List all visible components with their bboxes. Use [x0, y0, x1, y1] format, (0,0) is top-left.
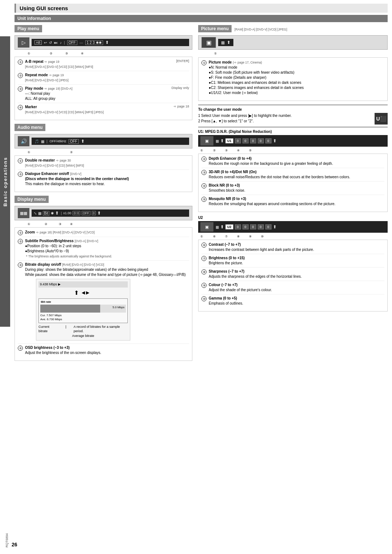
audio-menu-title: Audio menu [15, 124, 45, 131]
sidebar-label: Basic operations [3, 157, 8, 207]
display-item-2: ② Subtitle Position/Brightness [DVD-A] [… [18, 239, 189, 261]
bitrate-header: 9.438 Mbps ▶ [38, 281, 128, 288]
play-menu-title: Play menu [15, 25, 42, 32]
u2-section: U2 ▣ ▦ ⬆ U2 0 0 0 0 [198, 216, 388, 311]
average-bitrate-label: Average bitrate [38, 334, 128, 338]
u1-item-depth: ② Depth Enhancer (0 to +4) Reduces the r… [201, 156, 384, 168]
two-column-layout: Play menu ▷ AB ↩ ↺ ⏭ ♪ | [15, 25, 388, 364]
display-item-3: ③ Bitrate display on/off [RAM] [DVD-A] [… [18, 262, 189, 344]
diagram-labels: Current bitrate | A record of bitrates f… [38, 325, 128, 334]
u1-item-blocknr: ④ Block NR (0 to +3) Smoothes block nois… [201, 183, 384, 195]
page-wrapper: Basic operations RQT6894 26 Using GUI sc… [0, 0, 392, 554]
audio-item-1: ① Double re-master ➾ page 30 [RAM] [DVD-… [18, 158, 189, 170]
display-menu-title: Display menu [15, 196, 49, 203]
u2-item-colour: ⑨ Colour (−7 to +7) Adjust the shade of … [201, 282, 384, 294]
play-menu-items: ① A-B repeat ➾ page 19 [RAM] [DVD-A] [DV… [15, 57, 192, 120]
display-menu-num-row: ① ② ③ ④ [15, 223, 192, 226]
play-item-4: ④ Marker [RAM] [DVD-A] [DVD-V] [VCD] [CD… [18, 105, 189, 116]
user-mode-title: To change the user mode [198, 107, 388, 111]
u1-menu-bar: ▣ ▦ ⬆ U1 0 0 0 0 0 ⬆ [198, 135, 388, 147]
left-column: Play menu ▷ AB ↩ ↺ ⏭ ♪ | [15, 25, 192, 364]
audio-menu-items: ① Double re-master ➾ page 30 [RAM] [DVD-… [15, 155, 192, 192]
user-mode-icon: U⬛ [375, 113, 388, 125]
u2-menu-bar: ▣ ▦ ⬆ U2 0 0 0 0 0 ⬆ [198, 221, 388, 233]
display-menu-items: ① Zoom ➾ page 18) [RAM] [DVD-A] [DVD-V] … [15, 227, 192, 361]
play-item-3: ③ Play mode ➾ page 19) [DVD-A] ---: Norm… [18, 86, 189, 103]
picture-menu-num-row: ① [198, 52, 388, 55]
picture-mode-items: ① Picture mode (➾ page 17, Cinema) ●N: N… [198, 57, 388, 101]
u1-item-mosquito: ⑤ Mosquito NR (0 to +3) Reduces the smud… [201, 196, 384, 208]
divider-1 [198, 105, 388, 105]
picture-menu-header: Picture menu [RAM] [DVD-A] [DVD-V] [VCD]… [198, 25, 388, 34]
display-menu-bar: ⤡ ▦ Bit ✱ ⬆ | x1.00 0↑0 OFF 0 ⬆ [32, 209, 189, 217]
audio-menu-bar: 🎵 ▦ | OFF/48kHz OFF ⬆ [32, 138, 189, 145]
u2-item-sharpness: ⑧ Sharpness (−7 to +7) Adjusts the sharp… [201, 269, 384, 281]
page-code: RQT6894 [5, 533, 9, 547]
u1-items: ② Depth Enhancer (0 to +4) Reduces the r… [198, 154, 388, 212]
u2-icon: ▣ [200, 222, 213, 232]
bitrate-diagram: 9.438 Mbps ▶ ⬆ ◀ ▶ ·Bit rate [36, 279, 130, 341]
display-menu-image: ▦▦ ⤡ ▦ Bit ✱ ⬆ | x1.00 0↑0 OFF 0 [15, 206, 192, 220]
display-item-1: ① Zoom ➾ page 18) [RAM] [DVD-A] [DVD-V] … [18, 230, 189, 237]
display-item-4: ④ OSD brightness (−3 to +3) Adjust the b… [18, 345, 189, 357]
play-menu-section: Play menu ▷ AB ↩ ↺ ⏭ ♪ | [15, 25, 192, 120]
audio-menu-image: 🔊 🎵 ▦ | OFF/48kHz OFF ⬆ [15, 134, 192, 148]
bitrate-arrows: ⬆ ◀ ▶ [38, 289, 128, 297]
u1-num-row: ① ② ③ ④ ⑤ [198, 149, 388, 152]
bitrate-chart: ·Bit rate 5.0 Mbps Cur. 7.507 Mbps Ave. … [38, 298, 128, 323]
audio-menu-icon: 🔊 [18, 136, 29, 146]
user-mode-change: To change the user mode 1 Select User mo… [198, 107, 388, 125]
u1-title: U1: MPEG D.N.R. (Digital Noise Reduction… [198, 130, 388, 134]
picture-menu-bar: ▦ ⬆ [218, 39, 233, 46]
u1-section: U1: MPEG D.N.R. (Digital Noise Reduction… [198, 130, 388, 212]
picture-menu-title: Picture menu [198, 25, 232, 32]
display-menu-icon: ▦▦ [18, 208, 29, 218]
page-title: Using GUI screens [15, 4, 388, 13]
sidebar: Basic operations [0, 36, 10, 327]
u1-item-3dnr: ③ 3D-NR (0 to +4)/Dot NR (On) Reduces ov… [201, 170, 384, 182]
bitrate-bar-fill [40, 305, 100, 313]
divider-2 [198, 127, 388, 127]
main-content: Using GUI screens Unit information Play … [11, 0, 392, 375]
u1-icon: ▣ [200, 136, 213, 146]
audio-menu-num-row: ① ② [15, 151, 192, 154]
user-mode-content: 1 Select User mode and press [▶] to high… [198, 113, 388, 125]
audio-item-2: ② Dialogue Enhancer on/off [DVD-V] (Disc… [18, 171, 189, 188]
page-number: 26 [12, 542, 17, 547]
u2-item-contrast: ⑥ Contrast (−7 to +7) Increases the cont… [201, 242, 384, 254]
display-menu-section: Display menu ▦▦ ⤡ ▦ Bit ✱ ⬆ | [15, 196, 192, 361]
play-item-1: ① A-B repeat ➾ page 19 [RAM] [DVD-A] [DV… [18, 59, 189, 71]
picture-menu-icon: ▣ [201, 37, 216, 48]
play-menu-icon: ▷ [18, 37, 29, 48]
bitrate-bar-container: 5.0 Mbps [40, 305, 126, 313]
play-menu-image: ▷ AB ↩ ↺ ⏭ ♪ | OFF --- 1 2 3 ✱✱ ⬆ [15, 35, 192, 50]
bitrate-cur: Cur. 7.507 Mbps Ave. 6.730 Mbps [40, 313, 126, 321]
play-menu-bar: AB ↩ ↺ ⏭ ♪ | OFF --- 1 2 3 ✱✱ ⬆ [32, 39, 189, 46]
u2-title: U2 [198, 216, 388, 220]
audio-menu-section: Audio menu 🔊 🎵 ▦ | OFF/48kHz OFF [15, 124, 192, 192]
u2-item-brightness: ⑦ Brightness (0 to +15) Brightens the pi… [201, 256, 384, 268]
picture-menu-image: ▣ ▦ ⬆ [198, 35, 388, 50]
u2-items: ⑥ Contrast (−7 to +7) Increases the cont… [198, 240, 388, 311]
picture-menu-section: Picture menu [RAM] [DVD-A] [DVD-V] [VCD]… [198, 25, 388, 311]
u2-num-row: ① ⑥ ⑦ ⑧ ⑨ ⑩ [198, 235, 388, 238]
user-mode-steps: 1 Select User mode and press [▶] to high… [198, 113, 372, 125]
right-column: Picture menu [RAM] [DVD-A] [DVD-V] [VCD]… [198, 25, 388, 364]
play-menu-num-row: ① ② ③ ④ [15, 52, 192, 55]
unit-information-bar: Unit information [15, 15, 388, 22]
u2-item-gamma: ⑩ Gamma (0 to +5) Emphasis of outlines. [201, 296, 384, 307]
play-item-2: ② Repeat mode ➾ page 19 [RAM] [DVD-A] [D… [18, 73, 189, 85]
picture-mode-row: ① Picture mode (➾ page 17, Cinema) ●N: N… [201, 60, 384, 97]
